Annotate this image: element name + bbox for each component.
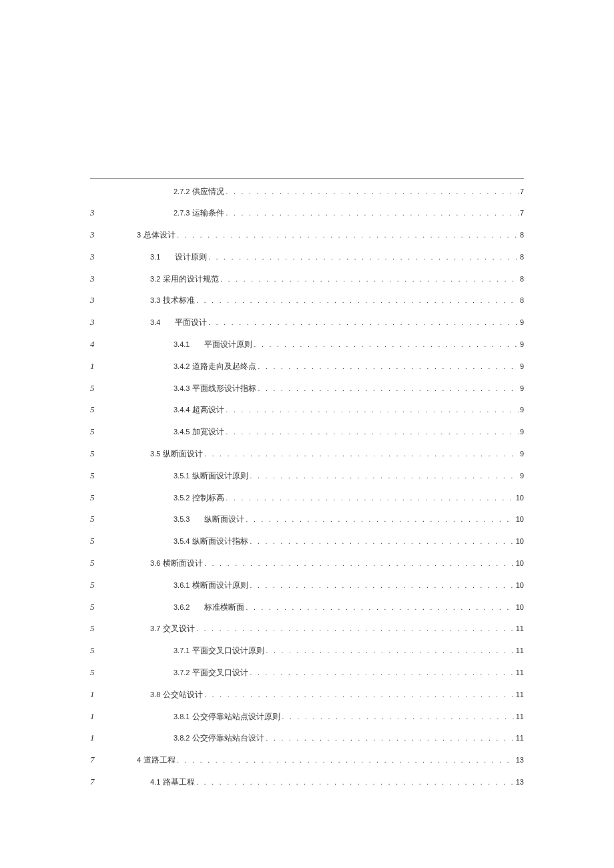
toc-entry: 3.4.1平面设计原则. . . . . . . . . . . . . . .… [123, 338, 524, 351]
toc-page-number: 9 [519, 339, 524, 351]
toc-entry: 3.8.1公交停靠站站点设计原则. . . . . . . . . . . . … [123, 711, 524, 723]
toc-section-title: 运输条件 [192, 207, 224, 220]
toc-entry: 3.4.2道路走向及起终点. . . . . . . . . . . . . .… [123, 360, 524, 373]
toc-entry: 3.5.2控制标高. . . . . . . . . . . . . . . .… [123, 492, 524, 504]
toc-row: 33.2采用的设计规范. . . . . . . . . . . . . . .… [90, 272, 524, 286]
toc-leader-dots: . . . . . . . . . . . . . . . . . . . . … [264, 645, 514, 657]
toc-entry: 2.7.2供应情况. . . . . . . . . . . . . . . .… [123, 185, 524, 198]
toc-section-title: 加宽设计 [192, 426, 224, 438]
toc-row: 53.6横断面设计. . . . . . . . . . . . . . . .… [90, 556, 524, 570]
toc-section-number: 4 [137, 755, 141, 767]
toc-row: 53.5纵断面设计. . . . . . . . . . . . . . . .… [90, 447, 524, 461]
toc-section-number: 3.5.4 [174, 536, 190, 548]
toc-page-number: 7 [519, 186, 524, 198]
toc-page-number: 13 [515, 755, 524, 767]
toc-entry: 3.7交叉设计. . . . . . . . . . . . . . . . .… [123, 622, 524, 635]
toc-left-number: 3 [90, 272, 123, 286]
toc-row: 13.8公交站设计. . . . . . . . . . . . . . . .… [90, 688, 524, 702]
toc-section-title: 路基工程 [163, 776, 195, 789]
toc-leader-dots: . . . . . . . . . . . . . . . . . . . . … [244, 602, 514, 614]
toc-leader-dots: . . . . . . . . . . . . . . . . . . . . … [252, 339, 518, 351]
toc-section-title: 平面交叉口设计原则 [192, 644, 264, 657]
toc-section-number: 3.6.1 [174, 580, 190, 592]
toc-entry: 3.4.4超高设计. . . . . . . . . . . . . . . .… [123, 404, 524, 416]
toc-page-number: 11 [515, 645, 524, 657]
toc-section-title: 道路工程 [143, 754, 176, 767]
toc-section-number: 3.3 [150, 295, 160, 307]
toc-section-title: 公交停靠站站台设计 [192, 732, 264, 745]
toc-leader-dots: . . . . . . . . . . . . . . . . . . . . … [219, 274, 519, 286]
toc-page-number: 9 [519, 317, 524, 329]
toc-page-number: 9 [519, 404, 524, 416]
toc-entry: 3.3技术标准. . . . . . . . . . . . . . . . .… [123, 294, 524, 307]
toc-page-number: 7 [519, 207, 524, 220]
toc-left-number: 5 [90, 622, 123, 636]
toc-entry: 3.7.1平面交叉口设计原则. . . . . . . . . . . . . … [123, 644, 524, 657]
toc-page-number: 8 [519, 295, 524, 307]
toc-page-number: 11 [515, 711, 524, 723]
toc-leader-dots: . . . . . . . . . . . . . . . . . . . . … [248, 580, 514, 592]
toc-left-number: 3 [90, 250, 123, 264]
toc-entry: 3.7.2平面交叉口设计. . . . . . . . . . . . . . … [123, 667, 524, 679]
toc-page-number: 11 [515, 623, 524, 635]
toc-section-title: 技术标准 [163, 294, 195, 307]
toc-section-number: 3.6.2 [174, 602, 190, 614]
toc-leader-dots: . . . . . . . . . . . . . . . . . . . . … [224, 492, 514, 504]
toc-leader-dots: . . . . . . . . . . . . . . . . . . . . … [280, 711, 514, 723]
toc-row: 74道路工程. . . . . . . . . . . . . . . . . … [90, 753, 524, 767]
toc-left-number: 7 [90, 753, 123, 767]
toc-left-number: 5 [90, 403, 123, 417]
toc-section-number: 3.7.1 [174, 645, 190, 657]
toc-left-number: 5 [90, 600, 123, 614]
toc-section-number: 2.7.3 [174, 207, 190, 220]
toc-leader-dots: . . . . . . . . . . . . . . . . . . . . … [244, 514, 514, 526]
toc-page-number: 11 [515, 733, 524, 745]
toc-section-title: 采用的设计规范 [163, 273, 219, 286]
toc-row: 53.5.1纵断面设计原则. . . . . . . . . . . . . .… [90, 469, 524, 483]
toc-section-title: 纵断面设计原则 [192, 470, 248, 482]
toc-left-number: 4 [90, 338, 123, 352]
toc-row: 32.7.3运输条件. . . . . . . . . . . . . . . … [90, 206, 524, 220]
toc-section-number: 3.4.2 [174, 361, 190, 373]
toc-entry: 2.7.3运输条件. . . . . . . . . . . . . . . .… [123, 207, 524, 220]
toc-row: 74.1路基工程. . . . . . . . . . . . . . . . … [90, 775, 524, 789]
toc-row: 53.4.3平面线形设计指标. . . . . . . . . . . . . … [90, 382, 524, 396]
toc-leader-dots: . . . . . . . . . . . . . . . . . . . . … [203, 448, 519, 460]
toc-section-title: 控制标高 [192, 492, 224, 504]
toc-left-number: 5 [90, 666, 123, 680]
toc-section-title: 纵断面设计指标 [192, 535, 248, 548]
toc-entry: 4.1路基工程. . . . . . . . . . . . . . . . .… [123, 776, 524, 789]
toc-left-number: 5 [90, 534, 123, 548]
toc-row: 2.7.2供应情况. . . . . . . . . . . . . . . .… [90, 185, 524, 198]
toc-page-number: 8 [519, 230, 524, 242]
toc-row: 53.6.2标准横断面. . . . . . . . . . . . . . .… [90, 600, 524, 614]
toc-section-number: 4.1 [150, 777, 160, 789]
toc-entry: 3.6.1横断面设计原则. . . . . . . . . . . . . . … [123, 579, 524, 592]
toc-row: 53.4.5加宽设计. . . . . . . . . . . . . . . … [90, 425, 524, 439]
toc-left-number: 5 [90, 447, 123, 461]
toc-row: 53.7交叉设计. . . . . . . . . . . . . . . . … [90, 622, 524, 636]
toc-entry: 3.4平面设计. . . . . . . . . . . . . . . . .… [123, 316, 524, 329]
toc-section-number: 3.4.1 [174, 339, 190, 351]
toc-section-title: 超高设计 [192, 404, 224, 416]
toc-row: 53.5.4纵断面设计指标. . . . . . . . . . . . . .… [90, 534, 524, 548]
toc-leader-dots: . . . . . . . . . . . . . . . . . . . . … [224, 207, 518, 220]
toc-page-number: 10 [515, 558, 524, 570]
toc-leader-dots: . . . . . . . . . . . . . . . . . . . . … [195, 777, 514, 789]
toc-left-number: 1 [90, 731, 123, 745]
toc-leader-dots: . . . . . . . . . . . . . . . . . . . . … [224, 404, 518, 416]
toc-leader-dots: . . . . . . . . . . . . . . . . . . . . … [248, 470, 518, 482]
toc-section-number: 3.4.4 [174, 404, 190, 416]
toc-leader-dots: . . . . . . . . . . . . . . . . . . . . … [195, 295, 519, 307]
toc-leader-dots: . . . . . . . . . . . . . . . . . . . . … [195, 623, 514, 635]
toc-section-title: 道路走向及起终点 [192, 360, 256, 373]
toc-entry: 3.5.1纵断面设计原则. . . . . . . . . . . . . . … [123, 470, 524, 482]
toc-section-title: 平面设计原则 [204, 338, 252, 351]
toc-row: 13.8.2公交停靠站站台设计. . . . . . . . . . . . .… [90, 731, 524, 745]
toc-section-title: 横断面设计原则 [192, 579, 248, 592]
toc-leader-dots: . . . . . . . . . . . . . . . . . . . . … [176, 230, 519, 242]
toc-row: 53.7.2平面交叉口设计. . . . . . . . . . . . . .… [90, 666, 524, 680]
toc-row: 53.5.2控制标高. . . . . . . . . . . . . . . … [90, 491, 524, 505]
toc-page-number: 13 [515, 777, 524, 789]
toc-section-number: 3 [137, 230, 141, 242]
